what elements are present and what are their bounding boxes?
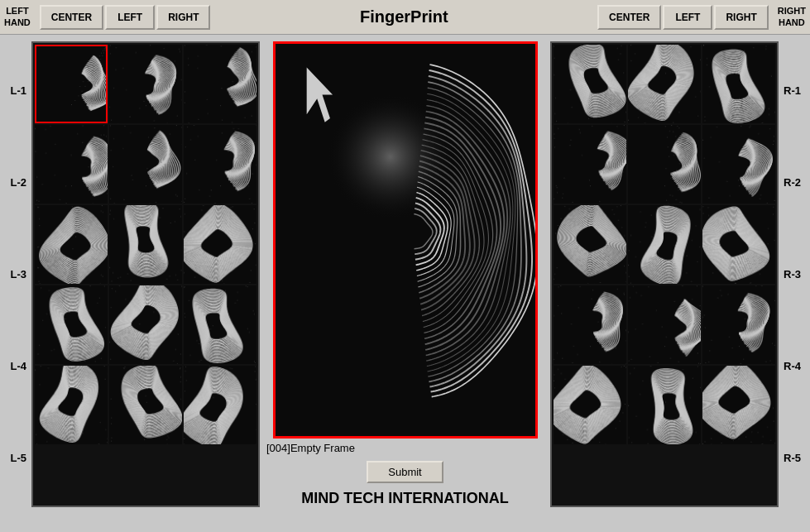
left-fp-cell-r5-c3[interactable] <box>184 366 256 444</box>
left-fp-cell-r2-c3[interactable] <box>184 125 256 204</box>
left-fp-cell-r3-c1[interactable] <box>35 205 108 284</box>
submit-button[interactable]: Submit <box>367 461 443 483</box>
left-row-labels: L-1 L-2 L-3 L-4 L-5 <box>7 41 31 507</box>
left-fp-cell-r2-c2[interactable] <box>109 125 182 204</box>
right-fp-cell-r4-c1[interactable] <box>554 285 626 364</box>
left-fp-cell-r5-c2[interactable] <box>109 366 182 444</box>
right-fp-cell-r5-c3[interactable] <box>702 366 775 444</box>
right-fp-cell-r5-c2[interactable] <box>628 366 701 444</box>
right-fp-cell-r3-c2[interactable] <box>628 205 701 284</box>
right-fp-cell-r1-c2[interactable] <box>628 45 701 123</box>
right-row-label-1: R-1 <box>780 84 802 97</box>
left-row-label-2: L-2 <box>8 176 30 189</box>
left-row-label-4: L-4 <box>8 360 30 372</box>
left-fp-cell-r4-c3[interactable] <box>184 285 256 364</box>
left-fp-cell-r2-c1[interactable] <box>35 125 108 204</box>
center-fingerprint-display[interactable] <box>273 41 538 439</box>
left-left-button[interactable]: LEFT <box>105 5 155 30</box>
right-hand-label: RIGHTHAND <box>774 0 810 34</box>
left-fingerprint-grid <box>31 41 260 507</box>
left-row-label-3: L-3 <box>8 268 30 280</box>
left-row-label-5: L-5 <box>8 452 30 464</box>
left-row-label-1: L-1 <box>8 84 30 97</box>
right-fp-cell-r5-c1[interactable] <box>554 366 626 444</box>
right-fp-cell-r4-c2[interactable] <box>628 285 701 364</box>
right-row-label-4: R-4 <box>780 360 802 372</box>
left-fp-cell-r1-c1[interactable] <box>35 45 108 123</box>
app-header: LEFTHAND CENTER LEFT RIGHT FingerPrint C… <box>0 0 810 35</box>
left-fp-cell-r3-c2[interactable] <box>109 205 182 284</box>
company-name: MIND TECH INTERNATIONAL <box>301 490 509 507</box>
right-fingerprint-grid <box>550 41 779 507</box>
right-row-labels: R-1 R-2 R-3 R-4 R-5 <box>779 41 803 507</box>
left-right-button[interactable]: RIGHT <box>156 5 210 30</box>
right-row-label-2: R-2 <box>780 176 802 189</box>
left-hand-label: LEFTHAND <box>0 0 35 34</box>
center-panel: [004]Empty Frame Submit MIND TECH INTERN… <box>266 41 544 507</box>
right-row-label-5: R-5 <box>780 452 802 464</box>
frame-label: [004]Empty Frame <box>266 442 355 454</box>
right-left-button[interactable]: LEFT <box>663 5 712 30</box>
left-fp-cell-r4-c2[interactable] <box>109 285 182 364</box>
left-fp-cell-r3-c3[interactable] <box>184 205 256 284</box>
right-fp-cell-r3-c1[interactable] <box>554 205 626 284</box>
left-fp-cell-r5-c1[interactable] <box>35 366 108 444</box>
right-fp-cell-r3-c3[interactable] <box>702 205 775 284</box>
right-fp-cell-r4-c3[interactable] <box>702 285 775 364</box>
left-center-button[interactable]: CENTER <box>40 5 103 30</box>
app-title: FingerPrint <box>215 0 592 34</box>
left-fingerprint-panel: L-1 L-2 L-3 L-4 L-5 <box>7 41 260 507</box>
right-btn-group: CENTER LEFT RIGHT <box>592 0 774 34</box>
right-center-button[interactable]: CENTER <box>597 5 661 30</box>
right-fp-cell-r2-c2[interactable] <box>628 125 701 204</box>
left-fp-cell-r4-c1[interactable] <box>35 285 108 364</box>
left-btn-group: CENTER LEFT RIGHT <box>35 0 216 34</box>
right-fp-cell-r1-c3[interactable] <box>702 45 775 123</box>
right-fp-cell-r2-c1[interactable] <box>554 125 626 204</box>
main-content: L-1 L-2 L-3 L-4 L-5 [004]Empty Frame Sub… <box>0 35 810 514</box>
right-fp-cell-r2-c3[interactable] <box>702 125 775 204</box>
left-fp-cell-r1-c3[interactable] <box>184 45 256 123</box>
right-fp-cell-r1-c1[interactable] <box>554 45 626 123</box>
right-fingerprint-panel: R-1 R-2 R-3 R-4 R-5 <box>550 41 803 507</box>
right-row-label-3: R-3 <box>780 268 802 280</box>
right-right-button[interactable]: RIGHT <box>714 5 768 30</box>
left-fp-cell-r1-c2[interactable] <box>109 45 182 123</box>
